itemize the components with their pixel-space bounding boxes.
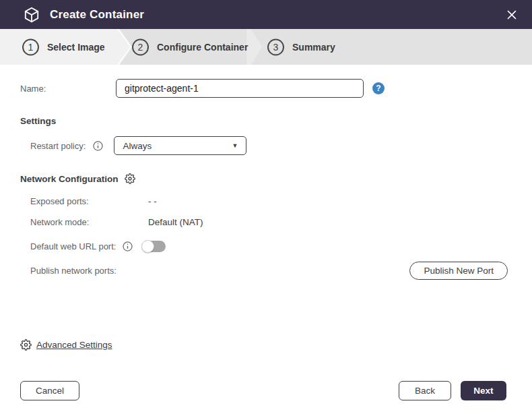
network-configuration-heading: Network Configuration [20, 173, 532, 184]
network-heading-text: Network Configuration [20, 174, 119, 184]
name-label: Name: [20, 84, 116, 94]
restart-policy-row: Restart policy: Always ▼ [30, 136, 532, 155]
exposed-ports-label: Exposed ports: [30, 196, 148, 206]
publish-network-ports-row: Publish network ports: Publish New Port [30, 262, 532, 280]
dialog-titlebar: Create Container [0, 0, 532, 29]
wizard-steps-bar: 1 Select Image 2 Configure Container 3 S… [0, 29, 532, 65]
gear-icon [20, 339, 32, 351]
exposed-ports-row: Exposed ports: - - [30, 196, 532, 206]
step-number-badge: 3 [267, 38, 284, 55]
container-cube-icon [23, 6, 40, 24]
step-select-image[interactable]: 1 Select Image [22, 38, 105, 55]
gear-icon[interactable] [125, 173, 135, 184]
publish-ports-label: Publish network ports: [30, 266, 117, 276]
step-label: Configure Container [157, 42, 248, 53]
restart-policy-value: Always [123, 141, 152, 151]
dialog-footer: Cancel Back Next [0, 381, 532, 400]
dialog-title: Create Container [50, 8, 144, 22]
exposed-ports-value: - - [148, 196, 157, 206]
back-button[interactable]: Back [399, 381, 451, 400]
advanced-settings-link[interactable]: Advanced Settings [36, 340, 112, 350]
configure-container-form: Name: ? Settings Restart policy: Always … [0, 79, 532, 351]
step-number-badge: 2 [132, 38, 149, 55]
default-web-url-port-row: Default web URL port: [30, 241, 532, 252]
container-name-input[interactable] [116, 79, 364, 98]
step-label: Summary [292, 42, 335, 53]
toggle-knob [141, 240, 154, 253]
web-url-port-toggle[interactable] [143, 241, 166, 252]
close-icon[interactable] [504, 7, 520, 23]
step-label: Select Image [47, 42, 105, 53]
settings-heading-text: Settings [20, 116, 56, 126]
step-summary[interactable]: 3 Summary [267, 38, 335, 55]
next-button[interactable]: Next [461, 381, 506, 400]
step-divider-chevron [246, 29, 263, 65]
network-mode-value: Default (NAT) [148, 217, 203, 227]
publish-new-port-button[interactable]: Publish New Port [409, 262, 508, 280]
name-row: Name: ? [20, 79, 532, 98]
info-icon[interactable] [122, 241, 133, 252]
step-number-badge: 1 [22, 38, 39, 55]
cancel-button[interactable]: Cancel [20, 381, 79, 400]
step-configure-container[interactable]: 2 Configure Container [132, 38, 248, 55]
advanced-settings-row: Advanced Settings [20, 339, 532, 351]
network-mode-label: Network mode: [30, 217, 148, 227]
info-icon[interactable] [92, 140, 104, 152]
help-icon[interactable]: ? [372, 82, 385, 94]
web-url-port-label: Default web URL port: [30, 241, 116, 251]
network-mode-row: Network mode: Default (NAT) [30, 217, 532, 227]
settings-heading: Settings [20, 116, 532, 126]
restart-policy-select[interactable]: Always ▼ [114, 136, 246, 155]
chevron-down-icon: ▼ [232, 142, 238, 149]
restart-policy-label: Restart policy: [30, 141, 86, 151]
